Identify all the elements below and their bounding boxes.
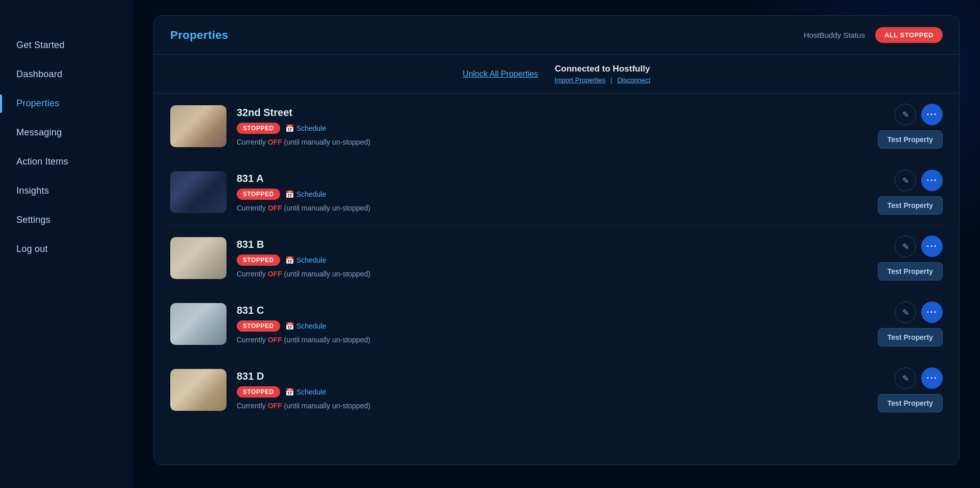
property-thumbnail [170, 303, 226, 345]
header-right: HostBuddy Status ALL STOPPED [804, 27, 943, 43]
property-image [170, 171, 226, 213]
separator: | [610, 76, 612, 84]
panel-header: Properties HostBuddy Status ALL STOPPED [154, 16, 959, 55]
property-name: 831 B [237, 239, 868, 250]
property-image [170, 303, 226, 345]
edit-button[interactable]: ✎ [895, 104, 916, 125]
more-icon: ··· [926, 241, 937, 252]
connected-bar: Unlock All Properties Connected to Hostf… [154, 55, 959, 94]
property-thumbnail [170, 105, 226, 147]
schedule-button[interactable]: 📅 Schedule [285, 190, 326, 198]
property-name: 831 A [237, 173, 868, 184]
property-image [170, 105, 226, 147]
sidebar-item-logout[interactable]: Log out [0, 235, 133, 264]
calendar-icon: 📅 [285, 256, 294, 264]
property-item: 831 A STOPPED 📅 Schedule Currently OFF (… [166, 159, 947, 225]
stopped-badge: STOPPED [237, 386, 280, 398]
property-name: 831 C [237, 305, 868, 316]
property-list: 32nd Street STOPPED 📅 Schedule Currently… [154, 94, 959, 423]
edit-icon: ✎ [902, 176, 909, 185]
stopped-badge: STOPPED [237, 189, 280, 200]
test-property-button[interactable]: Test Property [878, 130, 943, 149]
more-button[interactable]: ··· [921, 301, 943, 323]
schedule-button[interactable]: 📅 Schedule [285, 256, 326, 264]
schedule-button[interactable]: 📅 Schedule [285, 322, 326, 330]
property-info: 831 B STOPPED 📅 Schedule Currently OFF (… [237, 239, 868, 278]
import-properties-link[interactable]: Import Properties [555, 76, 606, 84]
property-thumbnail [170, 237, 226, 279]
property-status: Currently OFF (until manually un-stopped… [237, 138, 868, 146]
panel-title: Properties [170, 29, 229, 42]
more-button[interactable]: ··· [921, 367, 943, 389]
connected-info: Connected to Hostfully Import Properties… [555, 64, 650, 84]
property-name: 32nd Street [237, 107, 868, 119]
property-badges: STOPPED 📅 Schedule [237, 189, 868, 200]
property-info: 831 C STOPPED 📅 Schedule Currently OFF (… [237, 305, 868, 344]
off-label: OFF [268, 336, 282, 344]
sidebar-item-settings[interactable]: Settings [0, 205, 133, 235]
property-info: 32nd Street STOPPED 📅 Schedule Currently… [237, 107, 868, 146]
disconnect-link[interactable]: Disconnect [618, 76, 650, 84]
off-label: OFF [268, 138, 282, 146]
calendar-icon: 📅 [285, 388, 294, 396]
main-content: Properties HostBuddy Status ALL STOPPED … [133, 0, 980, 488]
action-row: ✎ ··· [895, 301, 943, 323]
action-row: ✎ ··· [895, 104, 943, 125]
property-actions: ✎ ··· Test Property [878, 104, 943, 149]
sidebar-item-dashboard[interactable]: Dashboard [0, 60, 133, 89]
schedule-button[interactable]: 📅 Schedule [285, 388, 326, 396]
property-status: Currently OFF (until manually un-stopped… [237, 402, 868, 410]
more-icon: ··· [926, 307, 937, 318]
properties-panel: Properties HostBuddy Status ALL STOPPED … [153, 15, 960, 465]
schedule-button[interactable]: 📅 Schedule [285, 124, 326, 132]
property-badges: STOPPED 📅 Schedule [237, 320, 868, 332]
sidebar-item-properties[interactable]: Properties [0, 89, 133, 118]
sidebar-item-action-items[interactable]: Action Items [0, 147, 133, 176]
property-image [170, 369, 226, 411]
edit-button[interactable]: ✎ [895, 301, 916, 323]
test-property-button[interactable]: Test Property [878, 394, 943, 412]
edit-icon: ✎ [902, 110, 909, 120]
connected-actions: Import Properties | Disconnect [555, 76, 650, 84]
stopped-badge: STOPPED [237, 123, 280, 134]
more-icon: ··· [926, 373, 937, 384]
hostbuddy-status-label: HostBuddy Status [804, 31, 865, 39]
more-button[interactable]: ··· [921, 104, 943, 125]
sidebar-item-insights[interactable]: Insights [0, 176, 133, 205]
edit-button[interactable]: ✎ [895, 170, 916, 191]
property-actions: ✎ ··· Test Property [878, 236, 943, 281]
more-button[interactable]: ··· [921, 236, 943, 257]
sidebar-item-get-started[interactable]: Get Started [0, 31, 133, 60]
property-thumbnail [170, 171, 226, 213]
sidebar-item-messaging[interactable]: Messaging [0, 118, 133, 147]
edit-icon: ✎ [902, 374, 909, 383]
action-row: ✎ ··· [895, 236, 943, 257]
property-info: 831 D STOPPED 📅 Schedule Currently OFF (… [237, 370, 868, 410]
more-icon: ··· [926, 109, 937, 120]
calendar-icon: 📅 [285, 190, 294, 198]
property-status: Currently OFF (until manually un-stopped… [237, 270, 868, 278]
unlock-all-properties-link[interactable]: Unlock All Properties [463, 69, 538, 79]
test-property-button[interactable]: Test Property [878, 196, 943, 215]
action-row: ✎ ··· [895, 170, 943, 191]
property-badges: STOPPED 📅 Schedule [237, 254, 868, 266]
edit-icon: ✎ [902, 242, 909, 251]
off-label: OFF [268, 270, 282, 278]
property-item: 831 B STOPPED 📅 Schedule Currently OFF (… [166, 225, 947, 291]
test-property-button[interactable]: Test Property [878, 262, 943, 281]
property-status: Currently OFF (until manually un-stopped… [237, 336, 868, 344]
property-item: 831 C STOPPED 📅 Schedule Currently OFF (… [166, 291, 947, 357]
edit-button[interactable]: ✎ [895, 236, 916, 257]
more-button[interactable]: ··· [921, 170, 943, 191]
edit-icon: ✎ [902, 308, 909, 317]
test-property-button[interactable]: Test Property [878, 328, 943, 346]
property-badges: STOPPED 📅 Schedule [237, 123, 868, 134]
property-image [170, 237, 226, 279]
edit-button[interactable]: ✎ [895, 367, 916, 389]
property-item: 32nd Street STOPPED 📅 Schedule Currently… [166, 94, 947, 159]
more-icon: ··· [926, 175, 937, 186]
property-badges: STOPPED 📅 Schedule [237, 386, 868, 398]
calendar-icon: 📅 [285, 124, 294, 132]
property-actions: ✎ ··· Test Property [878, 301, 943, 346]
calendar-icon: 📅 [285, 322, 294, 330]
